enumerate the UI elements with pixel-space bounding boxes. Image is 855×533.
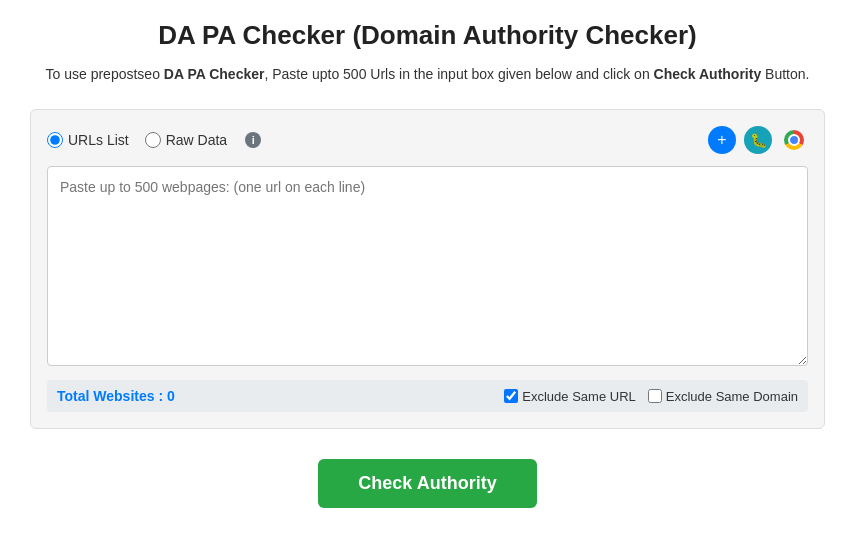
exclude-same-domain-option[interactable]: Exclude Same Domain [648, 389, 798, 404]
options-row: URLs List Raw Data i + 🐛 [47, 126, 808, 154]
bug-icon-button[interactable]: 🐛 [744, 126, 772, 154]
chrome-icon-button[interactable] [780, 126, 808, 154]
bug-icon: 🐛 [750, 132, 767, 148]
add-icon-button[interactable]: + [708, 126, 736, 154]
urls-list-option[interactable]: URLs List [47, 132, 129, 148]
footer-row: Total Websites : 0 Exclude Same URL Excl… [47, 380, 808, 412]
exclude-same-domain-checkbox[interactable] [648, 389, 662, 403]
total-websites: Total Websites : 0 [57, 388, 175, 404]
exclude-same-domain-label: Exclude Same Domain [666, 389, 798, 404]
page-title: DA PA Checker (Domain Authority Checker) [158, 20, 696, 51]
chrome-icon [784, 130, 804, 150]
exclude-same-url-option[interactable]: Exclude Same URL [504, 389, 635, 404]
exclude-same-url-checkbox[interactable] [504, 389, 518, 403]
exclude-same-url-label: Exclude Same URL [522, 389, 635, 404]
checkbox-group: Exclude Same URL Exclude Same Domain [504, 389, 798, 404]
raw-data-label: Raw Data [166, 132, 227, 148]
page-description: To use prepostseo DA PA Checker, Paste u… [46, 63, 810, 85]
urls-list-label: URLs List [68, 132, 129, 148]
raw-data-radio[interactable] [145, 132, 161, 148]
raw-data-option[interactable]: Raw Data [145, 132, 227, 148]
urls-list-radio[interactable] [47, 132, 63, 148]
radio-group: URLs List Raw Data i [47, 132, 261, 148]
tool-container: URLs List Raw Data i + 🐛 Total Websites … [30, 109, 825, 429]
plus-icon: + [717, 131, 726, 149]
check-authority-button[interactable]: Check Authority [318, 459, 536, 508]
info-icon[interactable]: i [245, 132, 261, 148]
url-textarea[interactable] [47, 166, 808, 366]
total-count: 0 [167, 388, 175, 404]
textarea-wrapper [47, 166, 808, 370]
icon-buttons: + 🐛 [708, 126, 808, 154]
